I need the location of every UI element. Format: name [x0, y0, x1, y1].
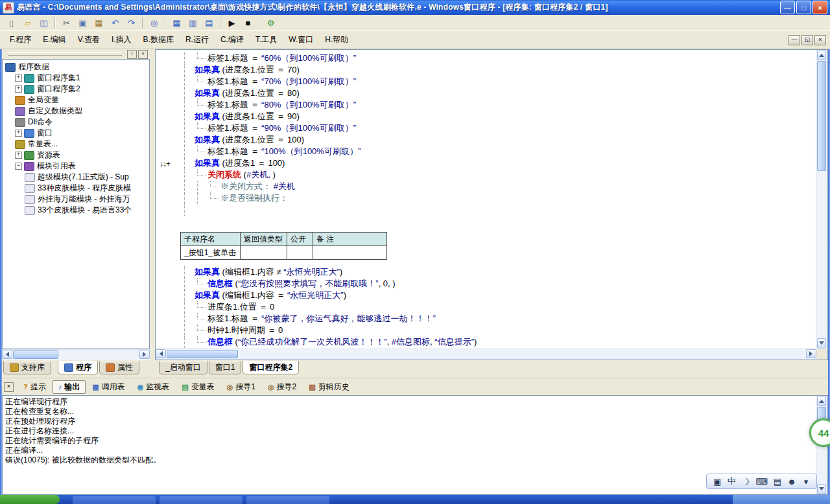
tab-窗口1[interactable]: 窗口1 — [209, 361, 242, 374]
code-line[interactable]: 如果真 (编辑框1.内容 ＝ “永恒光明正大”) — [156, 290, 816, 301]
scroll-right-button[interactable] — [139, 350, 150, 359]
paste-icon[interactable]: ▦ — [91, 16, 107, 30]
column-grid-icon[interactable]: ▥ — [185, 16, 201, 30]
ime-chinese-icon[interactable]: 中 — [727, 475, 736, 487]
code-line[interactable] — [156, 216, 816, 227]
mdi-minimize-button[interactable]: — — [788, 35, 800, 45]
debug-icon[interactable]: ⚙ — [263, 16, 279, 30]
panel-close-button[interactable]: × — [138, 50, 148, 59]
cut-icon[interactable]: ✂ — [58, 16, 75, 30]
tree-item[interactable]: 外挂海万能模块 - 外挂海万 — [3, 194, 148, 205]
code-area[interactable]: 标签1.标题 ＝ “60%（到100%可刷取）”如果真 (进度条1.位置 ＝ 7… — [156, 50, 816, 349]
code-line[interactable]: 标签1.标题 ＝ “你被蒙了，你运气真好，能够逃过一劫！！！” — [156, 313, 816, 325]
mdi-restore-button[interactable]: ◱ — [801, 35, 813, 45]
code-line[interactable]: 如果真 (编辑框1.内容 ≠ “永恒光明正大”) — [156, 266, 816, 278]
menu-item-5[interactable]: B.数据库 — [137, 32, 180, 47]
copy-icon[interactable]: ▣ — [75, 16, 91, 30]
taskbar-button[interactable] — [246, 496, 329, 504]
taskbar-button[interactable] — [160, 496, 243, 504]
code-line[interactable]: 标签1.标题 ＝ “70%（到100%可刷取）” — [156, 76, 816, 87]
find-icon[interactable]: ◎ — [146, 16, 162, 30]
code-line[interactable]: 如果真 (进度条1 ＝ 100)↓↓+ — [156, 157, 816, 169]
tree-item[interactable]: 33个皮肤模块 - 易语言33个 — [3, 205, 148, 216]
table-cell[interactable]: _按钮1_被单击 — [181, 246, 241, 260]
code-line[interactable]: 如果真 (进度条1.位置 ＝ 80) — [156, 87, 816, 99]
output-tab-输出[interactable]: ♪输出 — [53, 380, 86, 394]
code-line[interactable]: 标签1.标题 ＝ “60%（到100%可刷取）” — [156, 52, 816, 64]
ime-options-icon[interactable]: ▾ — [801, 477, 811, 487]
code-line[interactable]: 进度条1.位置 ＝ 0 — [156, 301, 816, 313]
expand-icon[interactable]: + — [15, 130, 22, 137]
tree-item[interactable]: 常量表... — [3, 139, 148, 150]
table-row[interactable]: _按钮1_被单击 — [181, 246, 387, 260]
menu-item-9[interactable]: W.窗口 — [283, 32, 319, 47]
scroll-up-button[interactable] — [817, 50, 826, 60]
tab-支持库[interactable]: 支持库 — [3, 361, 51, 374]
tree-item[interactable]: +窗口程序集1 — [3, 73, 148, 84]
scroll-up-button[interactable] — [817, 396, 826, 406]
expand-icon[interactable]: + — [15, 152, 22, 159]
editor-hscrollbar[interactable] — [156, 349, 816, 360]
stop-icon[interactable]: ■ — [240, 16, 256, 30]
menu-item-2[interactable]: E.编辑 — [37, 32, 71, 47]
output-tab-提示[interactable]: ?提示 — [18, 380, 52, 394]
output-tab-搜寻2[interactable]: ◎搜寻2 — [262, 380, 302, 394]
table-cell[interactable] — [241, 246, 287, 260]
tree-item[interactable]: 程序数据 — [3, 62, 148, 73]
run-icon[interactable]: ▶ — [224, 16, 240, 30]
tree-item[interactable]: +窗口程序集2 — [3, 84, 148, 95]
menu-item-7[interactable]: C.编译 — [215, 32, 250, 47]
ime-people-icon[interactable]: ☻ — [787, 477, 796, 487]
tab-_启动窗口[interactable]: _启动窗口 — [159, 361, 208, 374]
code-line[interactable]: 如果真 (进度条1.位置 ＝ 90) — [156, 111, 816, 122]
tree-item[interactable]: 33种皮肤模块 - 程序皮肤模 — [3, 183, 148, 194]
form-grid-icon[interactable]: ▦ — [169, 16, 185, 30]
expand-icon[interactable]: + — [15, 74, 22, 82]
tree-item[interactable]: +窗口 — [3, 128, 148, 139]
scroll-thumb[interactable] — [167, 350, 238, 358]
tab-属性[interactable]: 属性 — [99, 361, 139, 374]
code-line[interactable]: 如果真 (进度条1.位置 ＝ 100) — [156, 134, 816, 146]
scroll-down-button[interactable] — [817, 338, 826, 349]
editor-vscrollbar[interactable] — [816, 50, 827, 349]
code-line[interactable]: 标签1.标题 ＝ “100%（到100%可刷取）” — [156, 146, 816, 157]
output-tab-变量表[interactable]: ▤变量表 — [176, 380, 220, 394]
redo-icon[interactable]: ↷ — [123, 16, 139, 30]
splitter[interactable] — [150, 49, 155, 360]
title-bar[interactable]: 易 易语言 - C:\Documents and Settings\Admini… — [0, 0, 830, 15]
code-line[interactable]: 信息框 (“您没有按照要求填写，不能刷取哦！”, 0, ) — [156, 278, 816, 290]
output-tab-剪辑历史[interactable]: ▨剪辑历史 — [303, 380, 355, 394]
tree-item[interactable]: −模块引用表 — [3, 161, 148, 172]
code-line[interactable]: 信息框 (“你已经成功化解了一次关机风波！！！”, #信息图标, “信息提示”) — [156, 336, 816, 348]
code-line[interactable]: 关闭系统 (#关机, ) — [156, 169, 816, 181]
code-line[interactable]: 标签1.标题 ＝ “80%（到100%可刷取）” — [156, 99, 816, 111]
new-icon[interactable]: ▯ — [3, 16, 19, 30]
scroll-right-button[interactable] — [806, 349, 816, 358]
scroll-left-button[interactable] — [2, 350, 12, 359]
code-line[interactable] — [156, 204, 816, 216]
table-cell[interactable] — [313, 246, 387, 260]
tab-窗口程序集2[interactable]: 窗口程序集2 — [243, 361, 299, 374]
scroll-left-button[interactable] — [156, 349, 166, 358]
output-tab-调用表[interactable]: ▦调用表 — [86, 380, 130, 394]
ime-block-icon[interactable]: ▣ — [713, 477, 722, 487]
taskbar-button[interactable] — [73, 496, 156, 504]
table-cell[interactable] — [287, 246, 313, 260]
minimize-button[interactable]: — — [780, 1, 795, 14]
ime-keyboard-icon[interactable]: ⌨ — [755, 477, 768, 487]
menu-item-6[interactable]: R.运行 — [180, 32, 215, 47]
tree-item[interactable]: 全局变量 — [3, 95, 148, 106]
collapse-icon[interactable]: − — [15, 163, 22, 170]
tree-item[interactable]: Dll命令 — [3, 117, 148, 128]
maximize-button[interactable]: □ — [796, 1, 811, 14]
row-grid-icon[interactable]: ▤ — [201, 16, 217, 30]
scroll-down-button[interactable] — [817, 484, 826, 494]
code-line[interactable]: 标签1.标题 ＝ “90%（到100%可刷取）” — [156, 122, 816, 134]
code-line[interactable]: ※是否强制执行： — [156, 192, 816, 204]
output-tab-监视表[interactable]: ◉监视表 — [132, 380, 176, 394]
sidebar-hscrollbar[interactable] — [2, 349, 150, 360]
panel-dock-button[interactable]: ▫ — [127, 50, 137, 59]
undo-icon[interactable]: ↶ — [107, 16, 123, 30]
tree-item[interactable]: +资源表 — [3, 150, 148, 161]
start-button-fragment[interactable] — [0, 495, 60, 504]
